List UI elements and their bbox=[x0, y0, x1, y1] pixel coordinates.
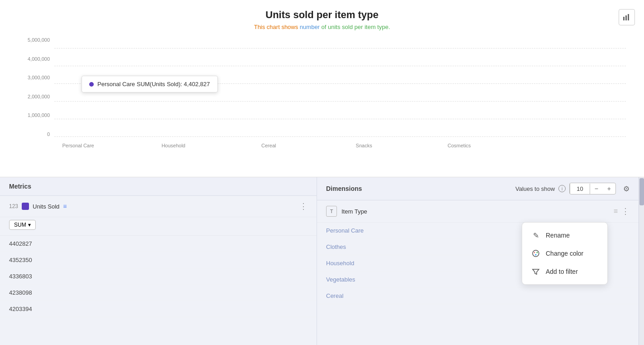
values-to-show: Values to show i 10 − + ⚙ bbox=[515, 183, 630, 194]
sum-dropdown[interactable]: SUM ▾ bbox=[9, 220, 36, 230]
metric-data-row: 4336803 bbox=[0, 268, 317, 285]
tooltip-dot bbox=[89, 82, 94, 87]
metrics-panel: Metrics 123 Units Sold ≡ ⋮ SUM ▾ 4402827 bbox=[0, 177, 317, 345]
svg-rect-2 bbox=[628, 14, 629, 20]
x-label-blank1 bbox=[102, 143, 149, 148]
values-info-icon[interactable]: i bbox=[558, 185, 566, 192]
metrics-header: Metrics bbox=[0, 177, 317, 196]
svg-point-4 bbox=[534, 252, 535, 253]
chart-area: 0 1,000,000 2,000,000 3,000,000 4,000,00… bbox=[18, 39, 626, 148]
context-menu-change-color[interactable]: Change color bbox=[522, 244, 607, 262]
metric-name: Units Sold bbox=[33, 203, 59, 210]
metric-data-row: 4238098 bbox=[0, 285, 317, 301]
scrollbar[interactable] bbox=[639, 177, 644, 345]
scroll-thumb[interactable] bbox=[639, 178, 644, 205]
dimension-type-icon: T bbox=[326, 206, 337, 217]
y-axis: 0 1,000,000 2,000,000 3,000,000 4,000,00… bbox=[18, 37, 54, 137]
x-label-blank7 bbox=[578, 143, 626, 148]
context-menu-rename[interactable]: ✎ Rename bbox=[522, 226, 607, 244]
y-label-3: 3,000,000 bbox=[18, 75, 50, 80]
chart-subtitle: This chart shows number of units sold pe… bbox=[18, 24, 626, 30]
subtitle-part2: number bbox=[300, 24, 320, 30]
dimension-reorder-icon[interactable]: ≡ bbox=[614, 207, 618, 215]
metric-data-row: 4402827 bbox=[0, 236, 317, 252]
metrics-data-rows: 4402827 4352350 4336803 4238098 4203394 bbox=[0, 236, 317, 345]
dimensions-label: Dimensions bbox=[326, 185, 362, 192]
metric-color-swatch[interactable] bbox=[22, 203, 29, 210]
palette-icon bbox=[531, 249, 540, 258]
count-control: 10 − + bbox=[569, 183, 616, 194]
x-label-blank3 bbox=[293, 143, 340, 148]
dimension-item-name: Item Type bbox=[341, 208, 614, 215]
dimension-menu-dots[interactable]: ⋮ bbox=[621, 206, 630, 216]
subtitle-part1: This chart shows bbox=[254, 24, 300, 30]
y-label-5: 5,000,000 bbox=[18, 37, 50, 43]
svg-point-6 bbox=[535, 254, 537, 256]
svg-rect-1 bbox=[625, 15, 627, 20]
y-label-1: 1,000,000 bbox=[18, 112, 50, 118]
add-to-filter-label: Add to filter bbox=[546, 268, 578, 275]
change-color-label: Change color bbox=[546, 250, 583, 257]
x-label-cosmetics: Cosmetics bbox=[435, 143, 483, 148]
chart-tooltip: Personal Care SUM(Units Sold): 4,402,827 bbox=[82, 76, 218, 92]
x-label-household: Household bbox=[149, 143, 197, 148]
chart-section: Units sold per item type This chart show… bbox=[0, 0, 644, 177]
dimensions-header: Dimensions Values to show i 10 − + ⚙ bbox=[317, 177, 639, 200]
settings-gear-icon[interactable]: ⚙ bbox=[623, 185, 630, 193]
metric-data-row: 4352350 bbox=[0, 252, 317, 268]
chart-title: Units sold per item type bbox=[18, 9, 626, 21]
tooltip-text: Personal Care SUM(Units Sold): 4,402,827 bbox=[97, 81, 210, 87]
x-label-cereal: Cereal bbox=[245, 143, 293, 148]
count-decrease-button[interactable]: − bbox=[590, 183, 603, 194]
values-to-show-label: Values to show bbox=[515, 185, 555, 192]
x-label-blank6 bbox=[531, 143, 578, 148]
rename-icon: ✎ bbox=[531, 231, 540, 240]
dim-header-left: Dimensions bbox=[326, 185, 362, 192]
y-label-4: 4,000,000 bbox=[18, 56, 50, 62]
metric-number: 123 bbox=[9, 203, 18, 209]
page: Units sold per item type This chart show… bbox=[0, 0, 644, 345]
y-label-2: 2,000,000 bbox=[18, 94, 50, 99]
y-label-0: 0 bbox=[18, 131, 50, 137]
svg-point-3 bbox=[533, 250, 539, 257]
x-label-blank4 bbox=[388, 143, 435, 148]
dim-data-row: Cereal bbox=[317, 288, 639, 304]
metric-row: 123 Units Sold ≡ ⋮ bbox=[0, 196, 317, 217]
chart-bars: 4,402,8... bbox=[54, 49, 626, 137]
x-label-blank5 bbox=[483, 143, 531, 148]
x-label-personal-care: Personal Care bbox=[54, 143, 102, 148]
chart-type-button[interactable] bbox=[619, 9, 635, 25]
context-menu: ✎ Rename Change color Add to filter bbox=[522, 222, 608, 285]
count-value: 10 bbox=[570, 184, 590, 194]
metric-filter-icon[interactable]: ≡ bbox=[63, 203, 67, 210]
metric-data-row: 4203394 bbox=[0, 301, 317, 317]
count-increase-button[interactable]: + bbox=[603, 183, 615, 194]
x-label-blank2 bbox=[197, 143, 245, 148]
sum-row: SUM ▾ bbox=[0, 217, 317, 236]
context-menu-add-filter[interactable]: Add to filter bbox=[522, 262, 607, 281]
x-axis: Personal Care Household Cereal Snacks Co… bbox=[54, 143, 626, 148]
svg-rect-0 bbox=[623, 17, 625, 20]
dimension-item-row: T Item Type ≡ ⋮ bbox=[317, 200, 639, 223]
filter-icon bbox=[531, 267, 540, 276]
bar-chart-icon bbox=[623, 13, 631, 21]
metric-info: 123 Units Sold ≡ bbox=[9, 203, 299, 210]
subtitle-part3: of units sold per item type. bbox=[320, 24, 390, 30]
rename-label: Rename bbox=[546, 232, 570, 239]
svg-point-5 bbox=[537, 252, 538, 253]
x-label-snacks: Snacks bbox=[340, 143, 388, 148]
metric-menu-dots[interactable]: ⋮ bbox=[299, 201, 308, 211]
